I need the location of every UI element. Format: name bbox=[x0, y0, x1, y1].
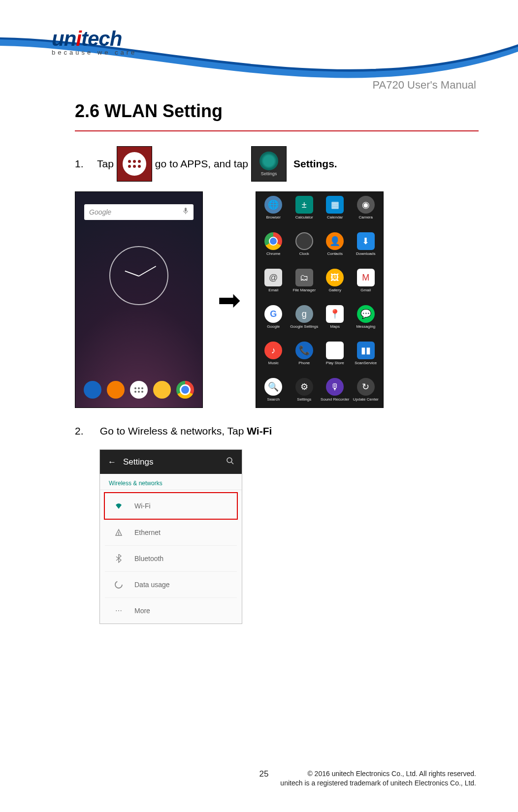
app-google[interactable]: GGoogle bbox=[258, 305, 289, 341]
settings-section-label: Wireless & networks bbox=[100, 474, 242, 490]
section-rule bbox=[75, 130, 479, 131]
gear-icon bbox=[259, 152, 278, 170]
svg-point-5 bbox=[115, 581, 122, 588]
bluetooth-icon bbox=[114, 554, 124, 563]
dock-chrome-icon[interactable] bbox=[176, 381, 194, 399]
app-gallery[interactable]: 🖼Gallery bbox=[320, 269, 351, 304]
wifi-icon bbox=[114, 501, 124, 511]
settings-row-data-usage[interactable]: Data usage bbox=[105, 572, 237, 598]
arrow-right-icon: ➡ bbox=[218, 284, 241, 316]
home-screenshot: Google bbox=[75, 191, 203, 408]
settings-row-ethernet[interactable]: Ethernet bbox=[105, 520, 237, 546]
app-drawer-screenshot: 🌐Browser ±Calculator ▦Calendar ◉Camera C… bbox=[256, 191, 384, 408]
app-contacts[interactable]: 👤Contacts bbox=[320, 232, 351, 268]
mic-icon bbox=[183, 207, 189, 217]
logo: unitech because we care bbox=[52, 27, 137, 56]
settings-row-more[interactable]: ⋯ More bbox=[105, 598, 237, 624]
screenshot-row: Google ➡ 🌐Browser ±Calculator ▦Calendar bbox=[75, 191, 479, 408]
app-maps[interactable]: 📍Maps bbox=[320, 305, 351, 341]
doc-title: PA720 User's Manual bbox=[373, 79, 476, 92]
dock-phone-icon[interactable] bbox=[84, 381, 101, 399]
step-1-text-c: Settings. bbox=[293, 158, 337, 170]
settings-title: Settings bbox=[123, 457, 153, 467]
step-1-text-b: go to APPS, and tap bbox=[155, 158, 248, 170]
settings-row-wifi[interactable]: Wi-Fi bbox=[104, 492, 238, 520]
more-icon: ⋯ bbox=[114, 606, 124, 616]
logo-brand: unitech bbox=[52, 27, 137, 51]
step-2: 2. Go to Wireless & networks, Tap Wi-Fi bbox=[75, 425, 479, 437]
logo-tagline: because we care bbox=[52, 49, 137, 56]
app-play-store[interactable]: ▶Play Store bbox=[320, 342, 351, 377]
dock-contacts-icon[interactable] bbox=[107, 381, 125, 399]
app-search[interactable]: 🔍Search bbox=[258, 378, 289, 413]
settings-screenshot: ← Settings Wireless & networks Wi-Fi Eth… bbox=[99, 449, 242, 624]
search-placeholder: Google bbox=[89, 208, 111, 216]
app-messaging[interactable]: 💬Messaging bbox=[351, 305, 382, 341]
data-usage-icon bbox=[114, 580, 124, 590]
step-2-number: 2. bbox=[75, 425, 97, 437]
app-downloads[interactable]: ⬇Downloads bbox=[351, 232, 382, 268]
svg-point-1 bbox=[227, 458, 232, 463]
section-heading: 2.6 WLAN Setting bbox=[75, 101, 479, 122]
svg-rect-0 bbox=[185, 208, 187, 212]
app-email[interactable]: @Email bbox=[258, 269, 289, 304]
app-phone[interactable]: 📞Phone bbox=[289, 342, 320, 377]
settings-row-bluetooth[interactable]: Bluetooth bbox=[105, 546, 237, 572]
app-google-settings[interactable]: gGoogle Settings bbox=[289, 305, 320, 341]
page-footer: 25 © 2016 unitech Electronics Co., Ltd. … bbox=[259, 769, 476, 788]
dock-apps-icon[interactable] bbox=[130, 381, 148, 399]
app-settings[interactable]: ⚙Settings bbox=[289, 378, 320, 413]
app-calendar[interactable]: ▦Calendar bbox=[320, 196, 351, 231]
copyright-2: unitech is a registered trademark of uni… bbox=[280, 779, 476, 787]
settings-app-icon: Settings bbox=[251, 146, 287, 182]
step-2-text: Go to Wireless & networks, Tap bbox=[100, 425, 247, 437]
step-1: 1. Tap go to APPS, and tap Settings Sett… bbox=[75, 146, 479, 182]
google-search-bar[interactable]: Google bbox=[84, 204, 194, 220]
copyright-1: © 2016 unitech Electronics Co., Ltd. All… bbox=[307, 770, 476, 778]
app-file-manager[interactable]: 🗂File Manager bbox=[289, 269, 320, 304]
dock bbox=[75, 381, 202, 399]
app-chrome[interactable]: Chrome bbox=[258, 232, 289, 268]
app-update-center[interactable]: ↻Update Center bbox=[351, 378, 382, 413]
app-sound-recorder[interactable]: 🎙Sound Recorder bbox=[320, 378, 351, 413]
ethernet-icon bbox=[114, 528, 124, 537]
step-1-text-a: Tap bbox=[97, 158, 114, 170]
dock-messaging-icon[interactable] bbox=[153, 381, 171, 399]
settings-header: ← Settings bbox=[100, 450, 242, 474]
app-music[interactable]: ♪Music bbox=[258, 342, 289, 377]
app-clock[interactable]: Clock bbox=[289, 232, 320, 268]
app-camera[interactable]: ◉Camera bbox=[351, 196, 382, 231]
app-browser[interactable]: 🌐Browser bbox=[258, 196, 289, 231]
app-scanservice[interactable]: ▮▮ScanService bbox=[351, 342, 382, 377]
step-2-bold: Wi-Fi bbox=[247, 425, 272, 437]
clock-widget bbox=[109, 246, 168, 305]
apps-launcher-icon bbox=[117, 146, 152, 182]
app-calculator[interactable]: ±Calculator bbox=[289, 196, 320, 231]
step-1-number: 1. bbox=[75, 158, 97, 170]
search-icon[interactable] bbox=[226, 457, 234, 467]
page-number: 25 bbox=[259, 769, 268, 779]
app-gmail[interactable]: MGmail bbox=[351, 269, 382, 304]
back-icon[interactable]: ← bbox=[108, 457, 116, 467]
svg-line-2 bbox=[231, 462, 233, 464]
